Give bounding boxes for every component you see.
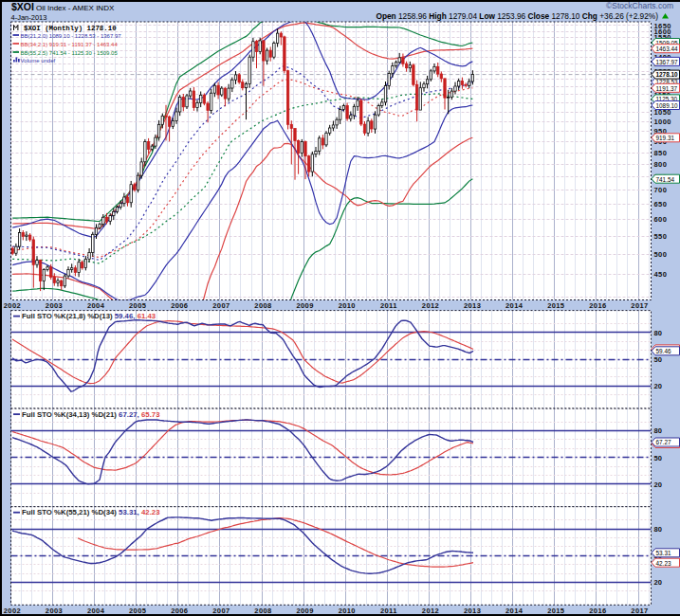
svg-text:500: 500	[654, 250, 668, 259]
svg-text:20: 20	[654, 382, 662, 390]
svg-text:2011: 2011	[380, 301, 397, 310]
svg-text:1650: 1650	[654, 22, 671, 30]
svg-text:2014: 2014	[505, 607, 524, 615]
svg-text:650: 650	[654, 200, 668, 208]
svg-text:80: 80	[654, 426, 662, 435]
svg-text:1278.10: 1278.10	[656, 71, 679, 78]
svg-text:©StockCharts.com: ©StockCharts.com	[606, 1, 673, 10]
svg-text:50: 50	[654, 355, 662, 364]
svg-text:2017: 2017	[631, 607, 648, 615]
svg-text:Open 1258.96 High 1279.04 Low: Open 1258.96 High 1279.04 Low 1253.96 Cl…	[376, 11, 658, 21]
svg-text:2007: 2007	[212, 301, 230, 310]
svg-text:1367.97: 1367.97	[656, 59, 679, 65]
svg-text:450: 450	[654, 270, 668, 279]
svg-text:Full STO %K(34,13) %D(21) 67.2: Full STO %K(34,13) %D(21) 67.27, 65.73	[22, 410, 160, 419]
svg-text:67.27: 67.27	[656, 439, 671, 445]
svg-text:2004: 2004	[87, 607, 105, 615]
svg-text:$XOI (Monthly) 1278.10: $XOI (Monthly) 1278.10	[24, 25, 117, 32]
svg-text:2011: 2011	[380, 607, 397, 615]
svg-text:550: 550	[654, 232, 668, 241]
svg-text:Oil Index - AMEX INDX: Oil Index - AMEX INDX	[36, 4, 115, 12]
svg-text:600: 600	[654, 215, 668, 224]
svg-text:2012: 2012	[422, 607, 439, 615]
svg-text:741.54: 741.54	[656, 176, 675, 183]
svg-text:2006: 2006	[171, 607, 188, 615]
svg-text:2004: 2004	[87, 301, 105, 310]
svg-text:2009: 2009	[296, 301, 313, 310]
svg-text:4-Jan-2013: 4-Jan-2013	[11, 13, 47, 22]
svg-text:2012: 2012	[422, 301, 439, 310]
svg-text:2002: 2002	[4, 607, 21, 615]
svg-text:700: 700	[654, 186, 668, 194]
svg-text:20: 20	[654, 578, 662, 587]
svg-text:BB(21,2.0) 1089.10 - 1228.53 -: BB(21,2.0) 1089.10 - 1228.53 - 1367.97	[21, 33, 122, 39]
svg-text:2015: 2015	[547, 607, 564, 615]
svg-text:42.23: 42.23	[656, 560, 671, 567]
svg-text:2016: 2016	[589, 301, 606, 310]
svg-text:2017: 2017	[631, 301, 648, 310]
svg-text:2007: 2007	[212, 607, 230, 615]
svg-text:2008: 2008	[254, 301, 271, 310]
svg-text:80: 80	[654, 525, 662, 534]
svg-text:2013: 2013	[464, 607, 481, 615]
svg-text:53.31: 53.31	[656, 550, 671, 556]
svg-text:59.46: 59.46	[656, 348, 671, 354]
svg-text:2003: 2003	[46, 607, 63, 615]
svg-text:2005: 2005	[129, 607, 146, 615]
svg-text:BB(34,2.1) 919.31 - 1191.37 -: BB(34,2.1) 919.31 - 1191.37 - 1463.44	[21, 42, 119, 47]
svg-text:20: 20	[654, 480, 662, 489]
svg-text:2009: 2009	[296, 607, 313, 615]
svg-text:2013: 2013	[464, 301, 481, 310]
svg-text:2005: 2005	[129, 301, 146, 310]
svg-text:919.31: 919.31	[656, 135, 675, 141]
svg-text:2010: 2010	[339, 301, 356, 310]
svg-text:2006: 2006	[171, 301, 188, 310]
svg-text:BB(55,2.5) 741.54 - 1125.30 -: BB(55,2.5) 741.54 - 1125.30 - 1509.05	[21, 50, 119, 56]
svg-text:80: 80	[654, 329, 662, 337]
svg-text:Full STO %K(55,21) %D(34) 53.3: Full STO %K(55,21) %D(34) 53.31, 42.23	[22, 508, 160, 516]
svg-text:Full STO %K(21,8) %D(13) 59.46: Full STO %K(21,8) %D(13) 59.46, 61.43	[22, 312, 156, 320]
svg-text:2002: 2002	[4, 301, 21, 310]
svg-text:Volume undef: Volume undef	[21, 58, 56, 63]
svg-text:2003: 2003	[46, 301, 63, 310]
svg-text:800: 800	[654, 160, 668, 169]
svg-text:50: 50	[654, 454, 662, 462]
svg-text:1463.44: 1463.44	[656, 45, 679, 52]
svg-text:850: 850	[654, 149, 668, 157]
svg-text:1089.10: 1089.10	[656, 102, 679, 109]
svg-text:1000: 1000	[654, 118, 671, 126]
svg-text:2015: 2015	[547, 301, 564, 310]
svg-text:2016: 2016	[589, 607, 606, 615]
svg-text:2014: 2014	[505, 301, 524, 310]
svg-text:1191.37: 1191.37	[656, 85, 678, 92]
svg-text:2010: 2010	[339, 607, 356, 615]
svg-text:$XOI: $XOI	[11, 1, 34, 12]
svg-text:2008: 2008	[254, 607, 271, 615]
